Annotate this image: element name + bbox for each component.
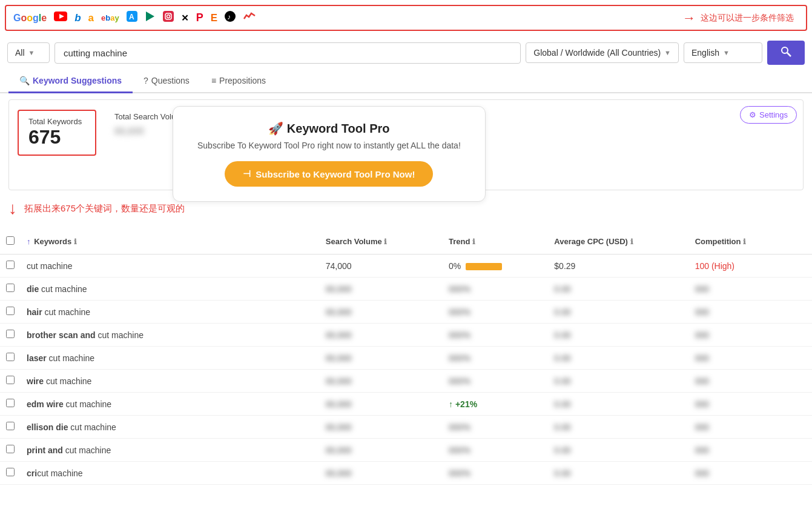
- language-select[interactable]: English ▼: [684, 42, 762, 63]
- play-store-icon[interactable]: [145, 11, 156, 25]
- search-volume-header[interactable]: Search Volume ℹ: [320, 229, 443, 255]
- cpc-cell: 0.00: [548, 416, 688, 439]
- bing-icon[interactable]: b: [74, 12, 81, 24]
- platform-icons: Google b a ebay A ✕ P E ♪: [13, 11, 256, 25]
- svg-point-8: [170, 13, 171, 15]
- row-checkbox[interactable]: [6, 330, 15, 338]
- trend-cell: 000%: [443, 347, 548, 370]
- total-keywords-block: Total Keywords 675: [18, 110, 96, 156]
- trend-cell: 000%: [443, 301, 548, 324]
- settings-label: Settings: [759, 110, 788, 119]
- row-checkbox[interactable]: [6, 261, 15, 269]
- trend-cell: 000%: [443, 416, 548, 439]
- cpc-cell: $0.29: [548, 255, 688, 278]
- row-checkbox[interactable]: [6, 284, 15, 292]
- row-checkbox[interactable]: [6, 445, 15, 453]
- keyword-cell: print and cut machine: [21, 439, 320, 462]
- row-checkbox[interactable]: [6, 376, 15, 384]
- keyword-cell: cricut machine: [21, 462, 320, 485]
- trend-bar: [466, 263, 502, 270]
- row-checkbox[interactable]: [6, 422, 15, 430]
- svg-text:♪: ♪: [227, 13, 231, 21]
- trend-cell: 000%: [443, 370, 548, 393]
- ebay-icon[interactable]: ebay: [101, 13, 119, 22]
- keyword-cell: ellison die cut machine: [21, 416, 320, 439]
- search-input[interactable]: [54, 42, 521, 64]
- tab-keyword-suggestions[interactable]: 🔍 Keyword Suggestions: [8, 70, 133, 93]
- location-value: Global / Worldwide (All Countries): [533, 48, 661, 58]
- language-value: English: [692, 48, 719, 58]
- search-volume-cell: 74,000: [320, 255, 443, 278]
- search-volume-cell: 00,000: [320, 324, 443, 347]
- tab-keyword-suggestions-label: Keyword Suggestions: [33, 76, 122, 85]
- promo-card-subtitle: Subscribe To Keyword Tool Pro right now …: [197, 141, 461, 150]
- pinterest-icon[interactable]: P: [196, 12, 203, 24]
- select-all-checkbox[interactable]: [6, 236, 15, 245]
- table-row: cricut machine 00,000 000% 0.00 000: [0, 462, 812, 485]
- cpc-cell: 0.00: [548, 393, 688, 416]
- promo-card-subscribe: 🚀 Keyword Tool Pro Subscribe To Keyword …: [173, 106, 486, 202]
- keyword-cell: wire cut machine: [21, 370, 320, 393]
- promo-rocket-icon: 🚀: [268, 122, 283, 135]
- etsy-icon[interactable]: E: [211, 12, 217, 24]
- cpc-cell: 0.00: [548, 370, 688, 393]
- search-volume-header-info-icon[interactable]: ℹ: [384, 238, 387, 246]
- search-volume-cell: 00,000: [320, 278, 443, 301]
- competition-cell: 000: [689, 347, 812, 370]
- competition-cell: 000: [689, 370, 812, 393]
- tab-questions[interactable]: ? Questions: [133, 70, 200, 93]
- settings-button[interactable]: ⚙ Settings: [740, 106, 797, 124]
- cpc-cell: 0.00: [548, 324, 688, 347]
- row-checkbox[interactable]: [6, 353, 15, 361]
- questions-icon: ?: [144, 76, 148, 85]
- row-checkbox[interactable]: [6, 468, 15, 476]
- competition-header[interactable]: Competition ℹ: [689, 229, 812, 255]
- keyword-cell: brother scan and cut machine: [21, 324, 320, 347]
- platform-annotation-text: 这边可以进一步条件筛选: [701, 13, 794, 24]
- cpc-cell: 0.00: [548, 347, 688, 370]
- competition-cell: 000: [689, 416, 812, 439]
- keywords-table-wrapper: ↑ Keywords ℹ Search Volume ℹ Trend ℹ Ave…: [0, 229, 812, 485]
- table-row: print and cut machine 00,000 000% 0.00 0…: [0, 439, 812, 462]
- search-volume-cell: 00,000: [320, 393, 443, 416]
- tab-questions-label: Questions: [151, 76, 190, 85]
- subscribe-button[interactable]: ⊣ Subscribe to Keyword Tool Pro Now!: [225, 161, 433, 187]
- tiktok-icon[interactable]: ♪: [225, 11, 236, 25]
- app-store-icon[interactable]: A: [127, 11, 137, 25]
- search-volume-cell: 00,000: [320, 439, 443, 462]
- amazon-icon[interactable]: a: [88, 12, 94, 24]
- keywords-table: ↑ Keywords ℹ Search Volume ℹ Trend ℹ Ave…: [0, 229, 812, 485]
- trend-cell: ↑ +21%: [443, 393, 548, 416]
- search-button[interactable]: [767, 41, 805, 65]
- competition-cell: 000: [689, 462, 812, 485]
- keywords-header[interactable]: ↑ Keywords ℹ: [21, 229, 320, 255]
- twitter-x-icon[interactable]: ✕: [181, 13, 189, 24]
- keywords-header-info-icon[interactable]: ℹ: [74, 238, 77, 246]
- keyword-suggestions-icon: 🔍: [19, 76, 30, 85]
- cpc-cell: 0.00: [548, 462, 688, 485]
- promo-card-title: 🚀 Keyword Tool Pro: [197, 121, 461, 136]
- competition-cell: 000: [689, 324, 812, 347]
- trends-icon[interactable]: [243, 12, 256, 24]
- trend-header[interactable]: Trend ℹ: [443, 229, 548, 255]
- table-row: edm wire cut machine 00,000 ↑ +21% 0.00 …: [0, 393, 812, 416]
- google-icon[interactable]: Google: [13, 13, 47, 24]
- location-select[interactable]: Global / Worldwide (All Countries) ▼: [526, 42, 679, 63]
- location-chevron-icon: ▼: [664, 49, 671, 56]
- cpc-header-info-icon[interactable]: ℹ: [630, 238, 633, 246]
- competition-header-info-icon[interactable]: ℹ: [743, 238, 746, 246]
- trend-header-info-icon[interactable]: ℹ: [472, 238, 475, 246]
- row-checkbox[interactable]: [6, 307, 15, 315]
- youtube-icon[interactable]: [54, 12, 67, 24]
- instagram-icon[interactable]: [163, 11, 174, 25]
- tab-prepositions[interactable]: ≡ Prepositions: [200, 70, 277, 93]
- row-checkbox[interactable]: [6, 399, 15, 407]
- table-row: die cut machine 00,000 000% 0.00 000: [0, 278, 812, 301]
- cpc-header[interactable]: Average CPC (USD) ℹ: [548, 229, 688, 255]
- competition-cell: 000: [689, 278, 812, 301]
- competition-cell: 000: [689, 301, 812, 324]
- keyword-cell: hair cut machine: [21, 301, 320, 324]
- settings-gear-icon: ⚙: [749, 110, 756, 119]
- total-keywords-label: Total Keywords: [28, 117, 85, 126]
- search-type-select[interactable]: All ▼: [7, 42, 50, 63]
